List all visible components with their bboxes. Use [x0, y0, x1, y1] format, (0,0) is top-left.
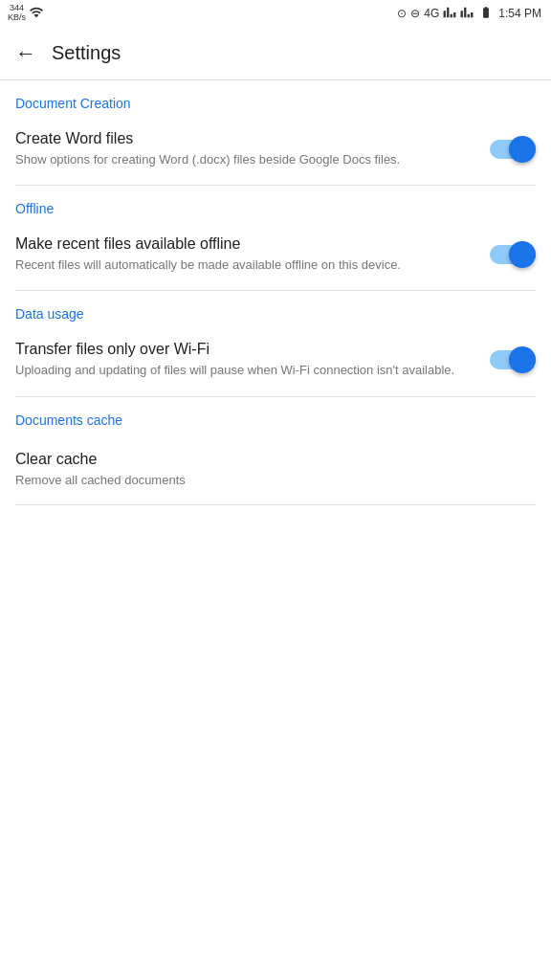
- setting-desc-transfer-wifi: Uploading and updating of files will pau…: [15, 362, 474, 379]
- section-header-offline: Offline: [0, 186, 551, 224]
- circle-icon: ⊙: [397, 7, 407, 20]
- cache-item-text: Clear cache Remove all cached documents: [15, 451, 186, 489]
- setting-create-word-files[interactable]: Create Word files Show options for creat…: [0, 119, 551, 185]
- app-bar: ← Settings: [0, 27, 551, 80]
- section-document-creation: Document Creation Create Word files Show…: [0, 80, 551, 185]
- status-left: 344KB/s: [8, 4, 43, 23]
- speed-indicator: 344KB/s: [8, 4, 26, 23]
- back-button[interactable]: ←: [15, 41, 36, 66]
- section-offline: Offline Make recent files available offl…: [0, 186, 551, 290]
- setting-title-clear-cache: Clear cache: [15, 451, 186, 468]
- setting-desc-make-files-offline: Recent files will automatically be made …: [15, 256, 474, 274]
- status-right: ⊙ ⊖ 4G 1:54 PM: [397, 6, 541, 22]
- section-header-document-creation: Document Creation: [0, 80, 551, 119]
- setting-make-files-offline[interactable]: Make recent files available offline Rece…: [0, 224, 551, 290]
- toggle-make-files-offline[interactable]: [490, 241, 536, 268]
- divider-4: [15, 504, 536, 505]
- setting-title-create-word-files: Create Word files: [15, 130, 474, 147]
- setting-text-transfer-wifi: Transfer files only over Wi-Fi Uploading…: [15, 341, 474, 379]
- section-header-data-usage: Data usage: [0, 291, 551, 329]
- toggle-thumb-offline: [509, 241, 536, 268]
- status-time: 1:54 PM: [498, 7, 541, 20]
- battery-icon: [477, 6, 495, 22]
- section-documents-cache: Documents cache Clear cache Remove all c…: [0, 397, 551, 504]
- signal-bars-icon: [443, 6, 456, 22]
- setting-desc-clear-cache: Remove all cached documents: [15, 472, 186, 489]
- minus-circle-icon: ⊖: [410, 7, 420, 20]
- setting-title-make-files-offline: Make recent files available offline: [15, 235, 474, 253]
- wifi-icon: [30, 6, 43, 22]
- settings-content: Document Creation Create Word files Show…: [0, 80, 551, 505]
- setting-clear-cache[interactable]: Clear cache Remove all cached documents: [0, 435, 551, 504]
- toggle-thumb: [509, 136, 536, 163]
- section-data-usage: Data usage Transfer files only over Wi-F…: [0, 291, 551, 395]
- setting-title-transfer-wifi: Transfer files only over Wi-Fi: [15, 341, 474, 358]
- page-title: Settings: [52, 42, 121, 64]
- toggle-thumb-wifi: [509, 346, 536, 373]
- toggle-create-word-files[interactable]: [490, 136, 536, 163]
- setting-text-create-word-files: Create Word files Show options for creat…: [15, 130, 474, 168]
- section-header-documents-cache: Documents cache: [0, 397, 551, 435]
- status-bar: 344KB/s ⊙ ⊖ 4G 1:54 PM: [0, 0, 551, 27]
- setting-text-make-files-offline: Make recent files available offline Rece…: [15, 235, 474, 274]
- setting-transfer-wifi[interactable]: Transfer files only over Wi-Fi Uploading…: [0, 329, 551, 395]
- toggle-transfer-wifi[interactable]: [490, 346, 536, 373]
- signal-bars2-icon: [460, 6, 474, 22]
- setting-desc-create-word-files: Show options for creating Word (.docx) f…: [15, 151, 474, 168]
- network-type: 4G: [424, 7, 439, 20]
